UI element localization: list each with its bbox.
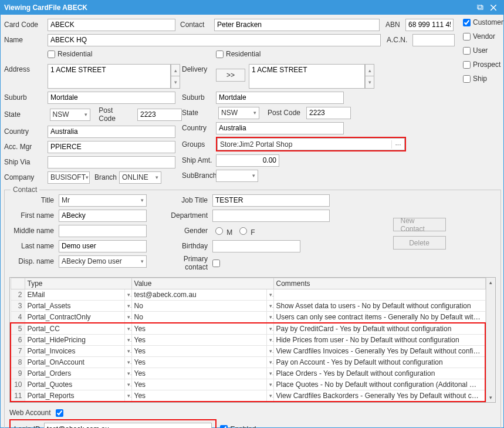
contact-field[interactable] [214, 19, 380, 31]
address-right-field[interactable] [249, 64, 365, 89]
label-customer: Customer [473, 18, 503, 26]
table-row[interactable]: 10Portal_Quotes▾Yes▾Place Quotes - No by… [11, 379, 485, 390]
addr-left-down-icon[interactable]: ▾ [171, 76, 180, 89]
last-name-field[interactable] [59, 240, 147, 252]
job-title-field[interactable] [212, 194, 330, 207]
table-row[interactable]: 3Portal_Assets▾No▾Show Asset data to use… [11, 301, 485, 312]
cell-comments: Place Orders - Yes by Default without co… [273, 368, 485, 379]
groups-more-icon[interactable]: ··· [391, 140, 404, 149]
acc-mgr-field[interactable] [48, 141, 175, 153]
new-contact-button[interactable]: New Contact [393, 218, 446, 231]
value-dropdown-icon[interactable]: ▾ [266, 289, 273, 301]
state-left-select[interactable]: NSW▾ [50, 109, 91, 121]
table-row[interactable]: 5Portal_CC▾Yes▾Pay by CreditCard - Yes b… [11, 323, 485, 335]
postcode-left-field[interactable] [137, 109, 182, 121]
first-name-field[interactable] [59, 210, 147, 222]
card-code-field[interactable] [48, 19, 175, 31]
user-checkbox[interactable] [463, 47, 471, 55]
ship-via-field[interactable] [48, 156, 175, 168]
grid-scroll-down-icon[interactable]: ▾ [486, 393, 495, 402]
gender-f-radio[interactable] [239, 227, 247, 235]
value-dropdown-icon[interactable]: ▾ [266, 390, 273, 402]
grid-scrollbar[interactable]: ▴ ▾ [486, 278, 495, 402]
suburb-right-field[interactable] [216, 92, 344, 104]
table-row[interactable]: 11Portal_Reports▾Yes▾View Cardfiles Back… [11, 390, 485, 402]
type-dropdown-icon[interactable]: ▾ [124, 289, 131, 301]
company-select[interactable]: BUSISOFT▾ [48, 171, 90, 184]
type-dropdown-icon[interactable]: ▾ [124, 368, 131, 379]
cell-value: No [131, 301, 266, 312]
gender-m-radio[interactable] [215, 227, 223, 235]
login-id-field[interactable] [44, 423, 212, 428]
label-ship-amt: Ship Amt. [182, 156, 216, 164]
web-account-checkbox[interactable] [56, 409, 63, 417]
birthday-field[interactable] [212, 240, 300, 252]
prospect-checkbox[interactable] [463, 61, 471, 69]
value-dropdown-icon[interactable]: ▾ [266, 323, 273, 335]
table-row[interactable]: 6Portal_HidePricing▾Yes▾Hide Prices from… [11, 335, 485, 346]
ship-amt-field[interactable] [216, 154, 279, 167]
middle-name-field[interactable] [59, 225, 147, 237]
subbranch-select[interactable]: ▾ [216, 170, 258, 182]
type-dropdown-icon[interactable]: ▾ [124, 379, 131, 390]
branch-select[interactable]: ONLINE▾ [119, 171, 161, 184]
postcode-right-field[interactable] [306, 107, 351, 119]
value-dropdown-icon[interactable]: ▾ [266, 357, 273, 368]
vendor-checkbox[interactable] [463, 33, 471, 41]
grid-header-value[interactable]: Value [131, 278, 273, 289]
acn-field[interactable] [412, 34, 455, 46]
title-value: Mr [62, 196, 70, 204]
value-dropdown-icon[interactable]: ▾ [266, 379, 273, 390]
table-row[interactable]: 7Portal_Invoices▾Yes▾View Cardfiles Invo… [11, 346, 485, 357]
customer-checkbox[interactable] [463, 19, 471, 26]
table-row[interactable]: 8Portal_OnAccount▾Yes▾Pay on Account - Y… [11, 357, 485, 368]
grid-header-type[interactable]: Type [25, 278, 131, 289]
table-row[interactable]: 9Portal_Orders▾Yes▾Place Orders - Yes by… [11, 368, 485, 379]
value-dropdown-icon[interactable]: ▾ [266, 368, 273, 379]
addr-right-up-icon[interactable]: ▴ [365, 64, 374, 76]
grid-header-comments[interactable]: Comments [273, 278, 485, 289]
titlebar[interactable]: Viewing CardFile ABECK [1, 1, 503, 15]
contact-grid[interactable]: Type Value Comments 2EMail▾test@abeck.co… [9, 277, 496, 403]
suburb-left-field[interactable] [48, 92, 175, 104]
value-dropdown-icon[interactable]: ▾ [266, 335, 273, 346]
type-dropdown-icon[interactable]: ▾ [124, 390, 131, 402]
window-title: Viewing CardFile ABECK [4, 4, 87, 12]
type-dropdown-icon[interactable]: ▾ [124, 312, 131, 323]
branch-value: ONLINE [122, 173, 148, 181]
country-right-field[interactable] [216, 122, 344, 134]
state-right-select[interactable]: NSW▾ [218, 107, 259, 119]
abn-field[interactable] [405, 19, 454, 31]
address-left-field[interactable] [48, 64, 171, 89]
name-field[interactable] [48, 34, 381, 46]
groups-value: Store:Jim2 Portal Shop [218, 140, 391, 149]
copy-address-button[interactable]: >> [216, 69, 245, 82]
grid-scroll-up-icon[interactable]: ▴ [486, 278, 495, 287]
type-dropdown-icon[interactable]: ▾ [124, 346, 131, 357]
value-dropdown-icon[interactable]: ▾ [266, 301, 273, 312]
table-row[interactable]: 2EMail▾test@abeck.com.au▾ [11, 289, 485, 301]
enabled-checkbox[interactable] [220, 425, 228, 428]
type-dropdown-icon[interactable]: ▾ [124, 323, 131, 335]
addr-right-down-icon[interactable]: ▾ [365, 76, 374, 89]
department-field[interactable] [212, 210, 330, 222]
value-dropdown-icon[interactable]: ▾ [266, 312, 273, 323]
residential-right-checkbox[interactable] [216, 50, 224, 58]
title-select[interactable]: Mr▾ [59, 194, 147, 207]
disp-name-select[interactable]: ABecky Demo user▾ [59, 255, 147, 268]
delete-button[interactable]: Delete [393, 236, 446, 250]
close-icon[interactable] [487, 2, 500, 13]
value-dropdown-icon[interactable]: ▾ [266, 346, 273, 357]
country-left-field[interactable] [48, 126, 175, 138]
type-dropdown-icon[interactable]: ▾ [124, 357, 131, 368]
label-primary-contact: Primary contact [161, 255, 212, 271]
primary-contact-checkbox[interactable] [212, 260, 220, 267]
row-number: 7 [11, 346, 25, 357]
type-dropdown-icon[interactable]: ▾ [124, 301, 131, 312]
residential-left-checkbox[interactable] [48, 50, 55, 58]
ship-checkbox[interactable] [463, 75, 471, 83]
restore-icon[interactable] [474, 2, 487, 13]
addr-left-up-icon[interactable]: ▴ [171, 64, 180, 76]
type-dropdown-icon[interactable]: ▾ [124, 335, 131, 346]
table-row[interactable]: 4Portal_ContractOnly▾No▾Users can only s… [11, 312, 485, 323]
